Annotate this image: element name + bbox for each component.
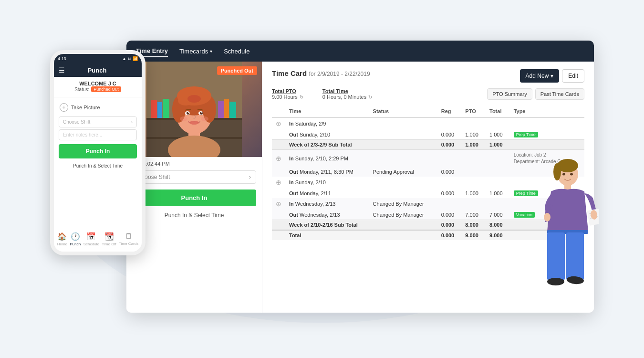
row-reg bbox=[437, 177, 462, 188]
svg-rect-9 bbox=[229, 102, 236, 118]
home-icon: 🏠 bbox=[57, 232, 67, 241]
subtotal-total: 1.000 bbox=[486, 140, 510, 150]
total-pto-value: 9.00 Hours ↻ bbox=[272, 94, 303, 100]
total-reg: 0.000 bbox=[437, 230, 462, 240]
col-total: Total bbox=[486, 105, 510, 117]
punch-in-select-desktop[interactable]: Punch In & Select Time bbox=[126, 210, 262, 221]
row-status bbox=[369, 117, 437, 129]
notes-field[interactable]: Enter notes here... bbox=[59, 129, 137, 140]
svg-point-30 bbox=[553, 163, 561, 180]
nav-punch[interactable]: 🕐 Punch bbox=[70, 232, 81, 246]
subtotal-type bbox=[510, 140, 584, 150]
nav-item-timecards[interactable]: Timecards ▾ bbox=[179, 46, 212, 57]
notes-placeholder: Enter notes here... bbox=[63, 132, 102, 137]
past-time-cards-button[interactable]: Past Time Cards bbox=[535, 88, 584, 100]
nav-time-off[interactable]: 📆 Time Off bbox=[102, 232, 116, 246]
row-add-icon[interactable]: ⊕ bbox=[272, 177, 285, 188]
row-reg: 0.000 bbox=[437, 210, 462, 220]
col-time: Time bbox=[285, 105, 369, 117]
phone-status-bar: 4:13 ▲ ≋ 📶 bbox=[54, 54, 142, 63]
punch-in-select-mobile[interactable]: Punch In & Select Time bbox=[54, 162, 142, 169]
summary-buttons: PTO Summary Past Time Cards bbox=[487, 88, 584, 100]
vacation-badge: Vacation bbox=[514, 212, 535, 218]
svg-rect-8 bbox=[224, 99, 229, 118]
schedule-icon: 📅 bbox=[86, 232, 96, 241]
subtotal-label: Week of 2/3-2/9 Sub Total bbox=[285, 140, 437, 150]
hamburger-icon[interactable]: ☰ bbox=[59, 66, 65, 74]
choose-shift-mobile[interactable]: Choose Shift › bbox=[59, 116, 137, 127]
punch-icon: 🕐 bbox=[71, 232, 80, 241]
row-time: In Sunday, 2/10 bbox=[285, 177, 369, 188]
row-pto bbox=[461, 198, 486, 210]
last-punch-text: was 3:02:44 PM bbox=[126, 157, 262, 168]
svg-rect-4 bbox=[151, 100, 157, 118]
shift-chevron-icon: › bbox=[249, 174, 251, 180]
nav-time-cards[interactable]: 🗒 Time Cards bbox=[119, 232, 138, 246]
nav-item-schedule[interactable]: Schedule bbox=[224, 46, 249, 57]
svg-rect-40 bbox=[547, 232, 565, 280]
svg-rect-7 bbox=[218, 101, 224, 118]
row-status bbox=[369, 150, 437, 168]
phone-bottom-nav: 🏠 Home 🕐 Punch 📅 Schedule 📆 Time Off 🗒 T… bbox=[54, 226, 142, 252]
row-add-icon[interactable]: ⊕ bbox=[272, 198, 285, 210]
employee-photo: Punched Out bbox=[126, 62, 262, 157]
nav-schedule[interactable]: 📅 Schedule bbox=[83, 232, 99, 246]
timecard-title: Time Card bbox=[272, 69, 307, 77]
subtotal-row: Week of 2/3-2/9 Sub Total 0.000 1.000 1.… bbox=[272, 140, 584, 150]
row-pto bbox=[461, 177, 486, 188]
subtotal-spacer bbox=[272, 220, 285, 231]
row-time: In Sunday, 2/10, 2:29 PM bbox=[285, 150, 369, 168]
phone-signal-icons: ▲ ≋ 📶 bbox=[122, 56, 138, 61]
take-picture-section[interactable]: + Take Picture bbox=[54, 100, 142, 115]
row-add-icon bbox=[272, 167, 285, 177]
pto-summary-button[interactable]: PTO Summary bbox=[487, 88, 532, 100]
col-pto: PTO bbox=[461, 105, 486, 117]
total-pto: 9.000 bbox=[461, 230, 486, 240]
punch-in-button-mobile[interactable]: Punch In bbox=[59, 144, 137, 158]
edit-button[interactable]: Edit bbox=[562, 69, 584, 83]
svg-point-21 bbox=[187, 112, 189, 115]
svg-point-26 bbox=[180, 116, 187, 121]
row-pto bbox=[461, 117, 486, 129]
desktop-content: Punched Out was 3:02:44 PM Choose Shift … bbox=[126, 62, 594, 313]
row-total bbox=[486, 117, 510, 129]
pto-refresh-icon: ↻ bbox=[300, 95, 303, 100]
row-reg bbox=[437, 117, 462, 129]
prep-time-badge: Prep Time bbox=[514, 132, 538, 137]
row-status: Changed By Manager bbox=[369, 198, 437, 210]
col-reg: Reg bbox=[437, 105, 462, 117]
svg-point-42 bbox=[547, 278, 564, 285]
punch-in-button-desktop[interactable]: Punch In bbox=[132, 190, 256, 206]
add-new-button[interactable]: Add New ▾ bbox=[520, 69, 560, 83]
total-pto-label: Total PTO bbox=[272, 88, 303, 94]
svg-rect-41 bbox=[566, 232, 584, 280]
mobile-phone: 4:13 ▲ ≋ 📶 ☰ Punch WELCOME J C Status: P… bbox=[50, 50, 145, 255]
time-cards-icon: 🗒 bbox=[125, 232, 133, 241]
col-status: Status bbox=[369, 105, 437, 117]
timecard-date: for 2/9/2019 - 2/22/2019 bbox=[309, 71, 370, 77]
row-add-icon[interactable]: ⊕ bbox=[272, 150, 285, 168]
phone-welcome-text: WELCOME J C bbox=[54, 81, 142, 86]
svg-point-24 bbox=[201, 112, 202, 113]
take-picture-plus-icon: + bbox=[60, 103, 68, 112]
person-illustration bbox=[537, 155, 599, 327]
col-add bbox=[272, 105, 285, 117]
time-refresh-icon: ↻ bbox=[368, 95, 372, 100]
subtotal-pto: 8.000 bbox=[461, 220, 486, 231]
desktop-nav: Time Entry Timecards ▾ Schedule bbox=[126, 41, 594, 62]
phone-status-text: Status: Punched Out bbox=[54, 86, 142, 92]
row-add-icon bbox=[272, 210, 285, 220]
row-status: Pending Approval bbox=[369, 167, 437, 177]
total-pto-section: Total PTO 9.00 Hours ↻ bbox=[272, 88, 303, 100]
row-add-icon[interactable]: ⊕ bbox=[272, 117, 285, 129]
punch-out-badge-desktop: Punched Out bbox=[217, 66, 257, 75]
row-pto: 1.000 bbox=[461, 129, 486, 140]
phone-nav-title: Punch bbox=[65, 67, 129, 74]
svg-point-18 bbox=[187, 95, 201, 103]
svg-rect-6 bbox=[163, 99, 169, 118]
phone-nav-bar: ☰ Punch bbox=[54, 63, 142, 77]
nav-home[interactable]: 🏠 Home bbox=[57, 232, 67, 246]
row-reg: 0.000 bbox=[437, 129, 462, 140]
table-row: Out Sunday, 2/10 0.000 1.000 1.000 Prep … bbox=[272, 129, 584, 140]
choose-shift-dropdown[interactable]: Choose Shift › bbox=[132, 170, 256, 184]
